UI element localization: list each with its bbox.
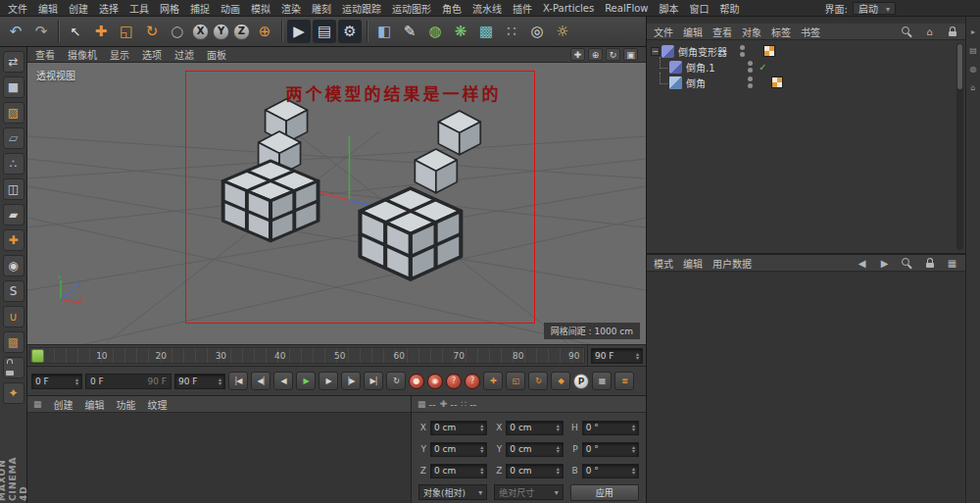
autokey-button[interactable]: ◉ bbox=[427, 374, 443, 389]
subdivision-surface-icon[interactable]: ◍ bbox=[423, 20, 447, 43]
grid-icon[interactable]: ▦ bbox=[946, 257, 958, 270]
record-position-toggle[interactable]: ✚ bbox=[483, 372, 503, 390]
live-selection-icon[interactable]: ↖ bbox=[64, 20, 87, 43]
loop-button[interactable]: ↻ bbox=[386, 372, 406, 390]
info-tab-icon[interactable]: ⌂ bbox=[968, 82, 979, 93]
menu-item[interactable]: 角色 bbox=[442, 1, 462, 16]
axis-lock-z-button[interactable]: Z bbox=[233, 24, 250, 40]
goto-end-button[interactable]: ▶| bbox=[364, 372, 383, 390]
undo-icon[interactable]: ↶ bbox=[4, 20, 27, 43]
stepper-arrows-icon[interactable] bbox=[636, 352, 639, 360]
record-keyframe-button[interactable]: ● bbox=[409, 374, 424, 389]
position-field[interactable]: 0 cm bbox=[430, 464, 487, 478]
material-menu-item[interactable]: 编辑 bbox=[85, 397, 105, 412]
toggle-view-icon[interactable]: ▣ bbox=[623, 48, 638, 61]
keyframe-presets-button[interactable]: ? bbox=[446, 374, 462, 389]
collapse-toggle-icon[interactable]: − bbox=[651, 47, 660, 56]
object-manager-menu-item[interactable]: 编辑 bbox=[683, 25, 703, 39]
menu-item[interactable]: RealFlow bbox=[605, 3, 648, 14]
texture-tile-icon[interactable]: ▩ bbox=[3, 331, 24, 353]
prev-key-button[interactable]: ◀| bbox=[251, 372, 270, 390]
enable-state[interactable]: ✓ bbox=[757, 62, 769, 73]
content-browser-tab-icon[interactable]: ▤ bbox=[968, 45, 979, 56]
menu-item[interactable]: 网格 bbox=[160, 1, 179, 16]
menu-item[interactable]: 渲染 bbox=[281, 1, 301, 16]
primitive-cube-icon[interactable]: ◧ bbox=[372, 20, 396, 43]
texture-tag-icon[interactable] bbox=[763, 45, 775, 57]
polygon-mode-icon[interactable]: ▰ bbox=[3, 204, 24, 226]
lock-icon[interactable] bbox=[946, 25, 958, 38]
stepper-arrows-icon[interactable] bbox=[632, 424, 635, 431]
edge-mode-icon[interactable]: ◫ bbox=[3, 178, 24, 200]
timeline-ruler[interactable]: 102030405060708090 bbox=[29, 347, 585, 364]
material-menu-item[interactable]: 功能 bbox=[117, 397, 136, 412]
light-icon[interactable]: ☼ bbox=[551, 20, 574, 43]
render-view-icon[interactable]: ▶ bbox=[287, 20, 311, 43]
keyframe-options-button[interactable]: ? bbox=[465, 374, 480, 389]
menu-item[interactable]: X-Particles bbox=[543, 3, 594, 14]
texture-mode-icon[interactable]: ▨ bbox=[3, 102, 24, 124]
stepper-arrows-icon[interactable] bbox=[557, 424, 560, 431]
menu-item[interactable]: 插件 bbox=[513, 1, 532, 16]
stepper-arrows-icon[interactable] bbox=[557, 467, 560, 475]
spline-pen-icon[interactable]: ✎ bbox=[398, 20, 421, 43]
current-frame-field[interactable]: 0 F bbox=[31, 374, 82, 389]
keyframe-selection-icon[interactable]: ▦ bbox=[592, 372, 612, 390]
workplane-mode-icon[interactable]: ▱ bbox=[3, 127, 24, 149]
object-manager-menu-item[interactable]: 标签 bbox=[771, 25, 791, 39]
last-tool-icon[interactable]: ◯ bbox=[166, 20, 189, 43]
viewport-menu-item[interactable]: 查看 bbox=[35, 47, 55, 62]
search-icon[interactable] bbox=[901, 257, 913, 270]
timeline-end-spinner[interactable]: 90 F bbox=[591, 348, 643, 364]
viewport-canvas[interactable]: 透视视图 两个模型的结果是一样的 网格间距 : 1000 cm Y X bbox=[27, 63, 646, 344]
stepper-arrows-icon[interactable] bbox=[480, 424, 483, 431]
object-manager-menu-item[interactable]: 查看 bbox=[712, 25, 732, 39]
next-key-button[interactable]: |▶ bbox=[341, 372, 361, 390]
viewport-solo-icon[interactable]: ◉ bbox=[3, 255, 24, 277]
end-frame-field[interactable]: 90 F bbox=[174, 374, 225, 389]
menu-item[interactable]: 脚本 bbox=[660, 1, 679, 16]
menu-item[interactable]: 选择 bbox=[99, 1, 119, 16]
record-rotation-toggle[interactable]: ↻ bbox=[528, 372, 548, 390]
visibility-dots[interactable] bbox=[745, 76, 755, 88]
zoom-view-icon[interactable]: ⊕ bbox=[588, 48, 603, 61]
axis-lock-x-button[interactable]: X bbox=[192, 24, 209, 40]
record-scale-toggle[interactable]: ◱ bbox=[506, 372, 525, 390]
object-row[interactable]: − 倒角变形器 bbox=[647, 43, 965, 59]
viewport-menu-item[interactable]: 摄像机 bbox=[68, 47, 97, 62]
size-field[interactable]: 0 cm bbox=[506, 464, 563, 478]
position-field[interactable]: 0 cm bbox=[430, 421, 487, 435]
point-level-animation-button[interactable]: P bbox=[573, 374, 589, 389]
coord-panel-icon[interactable]: ▦ -- bbox=[417, 399, 436, 410]
menu-item[interactable]: 创建 bbox=[69, 1, 88, 16]
attribute-menu-item[interactable]: 用户数据 bbox=[712, 256, 752, 271]
stepper-arrows-icon[interactable] bbox=[557, 445, 560, 453]
object-row[interactable]: 倒角.1 ✓ bbox=[647, 59, 965, 75]
stepper-arrows-icon[interactable] bbox=[480, 467, 483, 475]
move-tool-icon[interactable]: ✚ bbox=[89, 20, 113, 43]
magnet-snap-icon[interactable]: ∪ bbox=[3, 306, 24, 327]
forward-icon[interactable]: ▶ bbox=[878, 257, 891, 270]
stepper-arrows-icon[interactable] bbox=[219, 377, 221, 385]
viewport-menu-item[interactable]: 显示 bbox=[110, 47, 129, 62]
visibility-dots[interactable] bbox=[737, 45, 747, 57]
panel-menu-icon[interactable]: ▦ bbox=[33, 399, 42, 409]
next-frame-button[interactable]: ▶ bbox=[318, 372, 338, 390]
object-label[interactable]: 倒角.1 bbox=[686, 60, 743, 75]
axis-mode-icon[interactable]: ✚ bbox=[3, 229, 24, 251]
pan-view-icon[interactable]: ✚ bbox=[570, 48, 585, 61]
stepper-arrows-icon[interactable] bbox=[632, 445, 635, 453]
preview-range-slider[interactable]: 0 F 90 F bbox=[85, 374, 172, 389]
stepper-arrows-icon[interactable] bbox=[480, 445, 483, 453]
record-parameter-toggle[interactable]: ◆ bbox=[551, 372, 570, 390]
menu-item[interactable]: 运动跟踪 bbox=[342, 1, 381, 16]
render-picture-viewer-icon[interactable]: ▤ bbox=[313, 20, 336, 43]
redo-icon[interactable]: ↷ bbox=[29, 20, 53, 43]
material-list[interactable] bbox=[27, 413, 411, 503]
lock-icon[interactable] bbox=[923, 257, 936, 270]
menu-item[interactable]: 窗口 bbox=[690, 1, 710, 16]
menu-item[interactable]: 工具 bbox=[129, 1, 149, 16]
stepper-arrows-icon[interactable] bbox=[632, 467, 635, 475]
scrollbar-thumb[interactable] bbox=[957, 44, 962, 89]
rotate-view-icon[interactable]: ↻ bbox=[606, 48, 620, 61]
